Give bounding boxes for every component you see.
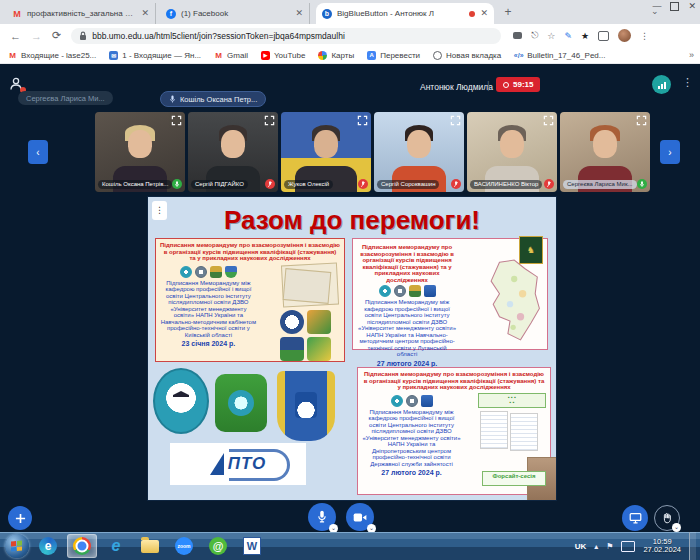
- profile-avatar[interactable]: [618, 29, 631, 42]
- share-icon[interactable]: ⎋: [531, 30, 538, 41]
- menu-dots-icon[interactable]: ⋮: [640, 31, 649, 41]
- webcam-tile[interactable]: Сергеєва Лариса Мик...: [560, 112, 650, 192]
- university-crest-logo: [277, 371, 335, 441]
- bookmark-inbox[interactable]: M Входящие - lase25...: [8, 51, 96, 60]
- folder-icon: [141, 540, 159, 553]
- bookmark-maps[interactable]: Карты: [318, 51, 354, 60]
- bookmark-star-icon[interactable]: ☆: [547, 31, 555, 41]
- shield-logo: [225, 266, 237, 278]
- start-button[interactable]: [5, 534, 29, 558]
- webcam-name-label[interactable]: Сергій Сороквашин: [377, 180, 439, 189]
- taskbar-internet-explorer[interactable]: e: [101, 534, 131, 558]
- talker-indicator[interactable]: Сергеєва Лариса Ми...: [18, 91, 113, 105]
- actions-button[interactable]: [8, 506, 32, 530]
- tab-facebook[interactable]: f (1) Facebook ✕: [160, 3, 310, 24]
- memo-panel-kyiv: Підписання меморандуму про взаєморозумін…: [155, 238, 345, 362]
- bookmark-new-tab[interactable]: Новая вкладка: [433, 51, 501, 60]
- bookmark-bulletin[interactable]: «/» Bulletin_17_46_Ped...: [514, 51, 605, 60]
- media-control-icon[interactable]: [513, 32, 522, 39]
- webcam-name-label[interactable]: Кошіль Оксана Петрів...: [98, 180, 172, 189]
- mic-muted-icon: [265, 179, 275, 189]
- network-icon[interactable]: [621, 541, 635, 552]
- taskbar-edge[interactable]: e: [33, 534, 63, 558]
- logo-triangle: [210, 453, 224, 475]
- presentation-slide[interactable]: ⋮ Разом до перемоги! Підписання меморанд…: [148, 197, 556, 500]
- hidden-icons-chevron[interactable]: ▴: [594, 542, 598, 551]
- close-window-button[interactable]: ✕: [688, 1, 696, 11]
- microphone-icon: [169, 95, 176, 104]
- fullscreen-icon[interactable]: [357, 115, 368, 126]
- orange-emblem: [307, 310, 331, 334]
- webcam-name-label[interactable]: Сергій ПІДГАЙКО: [191, 180, 248, 189]
- mic-muted-icon: [358, 179, 368, 189]
- previous-webcams-button[interactable]: ‹: [28, 140, 48, 164]
- language-indicator[interactable]: UK: [575, 542, 587, 551]
- connection-status-button[interactable]: [652, 75, 671, 94]
- side-panel-icon[interactable]: [598, 31, 609, 41]
- bookmark-translate[interactable]: A Перевести: [367, 51, 420, 60]
- partner-logos: [160, 266, 257, 278]
- microphone-icon: [316, 510, 328, 524]
- pinned-extension-icon[interactable]: ★: [581, 31, 589, 41]
- windows-flag-icon: [11, 540, 22, 551]
- recording-indicator-button[interactable]: 59:15: [496, 77, 540, 92]
- webcam-tile[interactable]: Сергій ПІДГАЙКО: [188, 112, 278, 192]
- fullscreen-icon[interactable]: [450, 115, 461, 126]
- browser-toolbar: ← → ⟳ bbb.umo.edu.ua/html5client/join?se…: [0, 24, 700, 47]
- show-desktop-button[interactable]: [689, 532, 696, 560]
- close-icon[interactable]: ✕: [141, 9, 149, 18]
- bookmark-youtube[interactable]: ▶ YouTube: [261, 51, 305, 60]
- fullscreen-icon[interactable]: [543, 115, 554, 126]
- raise-hand-button[interactable]: ⌄: [654, 505, 680, 531]
- webcam-tile[interactable]: Жуков Олексій: [281, 112, 371, 192]
- forward-button[interactable]: →: [31, 30, 42, 42]
- participants-toggle-button[interactable]: [8, 76, 24, 92]
- new-tab-button[interactable]: +: [500, 5, 516, 21]
- webcam-name-label[interactable]: Жуков Олексій: [284, 180, 333, 189]
- fullscreen-icon[interactable]: [171, 115, 182, 126]
- next-webcams-button[interactable]: ›: [660, 140, 680, 164]
- navy-emblem: [280, 337, 304, 361]
- pen-extension-icon[interactable]: ✎: [564, 31, 572, 41]
- hand-options-chevron[interactable]: ⌄: [672, 523, 681, 532]
- webcam-name-label[interactable]: Сергеєва Лариса Мик...: [563, 180, 637, 189]
- webcam-button[interactable]: ⌄: [346, 503, 374, 531]
- reload-button[interactable]: ⟳: [52, 29, 61, 42]
- memo-panel-luhansk: Підписання меморандуму про взаєморозумін…: [352, 238, 548, 350]
- fullscreen-icon[interactable]: [636, 115, 647, 126]
- address-bar[interactable]: bbb.umo.edu.ua/html5client/join?sessionT…: [71, 28, 501, 44]
- bookmark-gmail[interactable]: M Gmail: [214, 51, 248, 60]
- options-menu-icon[interactable]: ⋮: [682, 76, 693, 89]
- back-button[interactable]: ←: [10, 30, 21, 42]
- taskbar-clock[interactable]: 10:59 27.02.2024: [643, 538, 681, 555]
- webcam-tile[interactable]: Кошіль Оксана Петрів...: [95, 112, 185, 192]
- bookmarks-overflow-chevron[interactable]: »: [689, 50, 694, 60]
- close-icon[interactable]: ✕: [295, 9, 303, 18]
- desktop: M профактивність_загальна табли ✕ f (1) …: [0, 0, 700, 560]
- taskbar-word[interactable]: W: [237, 534, 267, 558]
- webcam-tile[interactable]: Сергій Сороквашин: [374, 112, 464, 192]
- webcam-tile[interactable]: ВАСИЛИНЕНКО Віктор: [467, 112, 557, 192]
- restore-button[interactable]: [670, 2, 679, 11]
- screenshare-button[interactable]: [622, 505, 648, 531]
- signing-photo: [283, 268, 332, 304]
- green-emblem: [307, 337, 331, 361]
- talker-indicator-active[interactable]: Кошіль Оксана Петр...: [160, 91, 266, 107]
- dnz-pto-logo: ПТО: [170, 443, 306, 485]
- webcam-grid: Кошіль Оксана Петрів... Сергій ПІДГАЙКО …: [95, 112, 652, 192]
- close-icon[interactable]: ✕: [480, 9, 488, 18]
- taskbar-mail-agent[interactable]: @: [203, 534, 233, 558]
- taskbar-zoom[interactable]: zoom: [169, 534, 199, 558]
- tab-spreadsheet[interactable]: M профактивність_загальна табли ✕: [6, 3, 156, 24]
- minimize-button[interactable]: —: [652, 1, 661, 11]
- taskbar-file-explorer[interactable]: [135, 534, 165, 558]
- at-sign-icon: @: [209, 537, 227, 555]
- bookmark-yandex-mail[interactable]: ✉ 1 - Входящие — Ян...: [109, 51, 201, 60]
- webcam-name-label[interactable]: ВАСИЛИНЕНКО Віктор: [470, 180, 542, 189]
- tab-bigbluebutton[interactable]: b BigBlueButton - Антонюк Л ✕: [316, 3, 494, 24]
- mute-button[interactable]: ⌄: [308, 503, 336, 531]
- action-center-flag-icon[interactable]: ⚑: [606, 542, 613, 551]
- taskbar-chrome-active[interactable]: [67, 534, 97, 558]
- fullscreen-icon[interactable]: [264, 115, 275, 126]
- clock-date: 27.02.2024: [643, 546, 681, 555]
